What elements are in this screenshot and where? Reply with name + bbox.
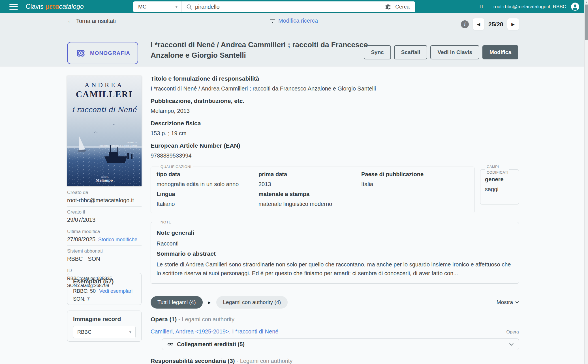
- svg-text:i racconti di Nené: i racconti di Nené: [72, 105, 137, 114]
- tab-legami-con-authority[interactable]: Legami con authority (4): [216, 296, 288, 309]
- genere-value: saggi: [485, 186, 514, 193]
- immagine-record-title: Immagine record: [73, 316, 136, 322]
- meta-row-sistemi: Sistemi abbonati RBBC - SON: [67, 246, 142, 265]
- field-value: 9788889533994: [151, 152, 519, 159]
- avatar-icon[interactable]: [571, 2, 580, 11]
- scroll-up-icon[interactable]: ▲: [585, 0, 588, 4]
- chevron-down-icon: [515, 301, 519, 303]
- collegamenti-ereditati-toggle[interactable]: Collegamenti ereditati (5): [162, 338, 519, 350]
- immagine-record-card: Immagine record RBBC ▾: [67, 311, 142, 342]
- info-icon[interactable]: i: [461, 20, 469, 28]
- esemplari-title: Esemplari (57): [73, 278, 136, 285]
- vedi-in-clavis-button[interactable]: Vedi in Clavis: [430, 45, 479, 59]
- link-type-label: Opera: [506, 329, 519, 335]
- search-input[interactable]: pirandello: [195, 4, 385, 10]
- esemplari-card: Esemplari (57) RBBC: 50 Vedi esemplari S…: [67, 273, 142, 305]
- modify-search-link[interactable]: Modifica ricerca: [270, 18, 318, 24]
- responsabilita-section-heading: Responsabilità secondaria (3) - Legami c…: [151, 357, 519, 364]
- app-header: Clavis μεταcatalogo MC ▾ pirandello Cerc…: [0, 0, 588, 13]
- book-cover-image: ANDREA CAMILLERI i racconti di Nené racc…: [67, 76, 142, 186]
- field-value: Melampo, 2013: [151, 108, 519, 114]
- modifica-button[interactable]: Modifica: [482, 45, 518, 59]
- arrow-left-icon: ←: [67, 17, 73, 25]
- app-logo: Clavis μεταcatalogo: [26, 3, 84, 10]
- qualificazioni-legend: QUALIFICAZIONI: [159, 165, 193, 169]
- genere-label: genere: [485, 176, 514, 183]
- storico-modifiche-link[interactable]: Storico modifiche: [98, 237, 137, 243]
- search-bar: MC ▾ pirandello Cerca: [133, 1, 415, 12]
- search-submit-button[interactable]: Cerca: [395, 4, 410, 10]
- user-account-label[interactable]: root-rbbc@metacatalogo.it, RBBC: [493, 4, 566, 10]
- svg-text:ANDREA: ANDREA: [85, 81, 124, 89]
- triangle-right-icon: ▶: [208, 300, 211, 305]
- chevron-down-icon: ▾: [129, 329, 131, 335]
- monografia-atom-icon: [75, 48, 86, 59]
- qual-item: Lingua Italiano: [157, 191, 258, 207]
- field-label: Descrizione fisica: [151, 120, 519, 127]
- link-chain-icon: [167, 341, 174, 347]
- mostra-dropdown[interactable]: Mostra: [497, 299, 519, 305]
- field-value: 153 p. ; 19 cm: [151, 130, 519, 137]
- qual-item: tipo data monografia edita in un solo an…: [157, 171, 258, 188]
- scrollbar-thumb[interactable]: [585, 5, 588, 40]
- meta-row-ultima-modifica: Ultima modifica 27/08/2025 Storico modif…: [67, 226, 142, 246]
- meta-row-creato-il: Creato il 29/07/2013: [67, 207, 142, 226]
- chevron-down-icon: [509, 343, 514, 346]
- vedi-esemplari-link[interactable]: Vedi esemplari: [99, 288, 132, 294]
- qual-item: Paese di pubblicazione Italia: [361, 171, 469, 188]
- search-filters-icon[interactable]: [385, 4, 391, 10]
- meta-row-creato-da: Creato da root-rbbc@metacatalogo.it: [67, 187, 142, 207]
- record-type-badge[interactable]: MONOGRAFIA: [67, 42, 138, 64]
- svg-text:CAMILLERI: CAMILLERI: [76, 89, 133, 99]
- qual-item: materiale a stampa materiale linguistico…: [258, 191, 361, 207]
- qualificazioni-fieldset: QUALIFICAZIONI tipo data monografia edit…: [151, 165, 474, 213]
- legami-tabs: Tutti i legami (4) ▶ Legami con authorit…: [151, 296, 519, 309]
- note-item-label: Sommario o abstract: [157, 250, 513, 257]
- record-pagination: i ◀ 25/28 ▶: [461, 18, 519, 30]
- record-title: I *racconti di Nené / Andrea Cammilleri …: [151, 40, 380, 61]
- record-actions: Sync Scaffali Vedi in Clavis Modifica: [364, 45, 518, 59]
- qual-item: prima data 2013: [258, 171, 361, 188]
- note-item-value: Le storie di Andrea Camilleri sono strao…: [157, 260, 513, 278]
- search-scope-select[interactable]: MC ▾: [133, 1, 182, 12]
- page-count: 25/28: [488, 21, 503, 28]
- note-item-label: Note generali: [157, 229, 513, 236]
- opera-section-heading: Opera (1) - Legami con authority: [151, 316, 519, 323]
- campi-codificati-legend: CAMPI CODIFICATI: [485, 164, 509, 175]
- tab-tutti-i-legami[interactable]: Tutti i legami (4): [151, 296, 203, 309]
- esemplari-rbbc-count: RBBC: 50: [73, 288, 96, 294]
- next-record-button[interactable]: ▶: [507, 18, 519, 30]
- note-fieldset: NOTE Note generali Racconti Sommario o a…: [151, 220, 519, 284]
- sync-button[interactable]: Sync: [364, 45, 391, 59]
- field-label: European Article Number (EAN): [151, 142, 519, 149]
- note-legend: NOTE: [159, 220, 173, 224]
- page-scrollbar[interactable]: ▲: [584, 0, 588, 364]
- field-label: Pubblicazione, distribuzione, etc.: [151, 98, 519, 104]
- field-label: Titolo e formulazione di responsabilità: [151, 75, 519, 82]
- menu-icon[interactable]: [9, 4, 18, 10]
- svg-text:Francesco Anzalone e Giorgio S: Francesco Anzalone e Giorgio Santelli: [99, 145, 137, 147]
- filter-icon: [270, 18, 275, 23]
- record-header-zone: ← Torna ai risultati Modifica ricerca i …: [0, 13, 588, 66]
- back-to-results-link[interactable]: ← Torna ai risultati: [67, 17, 116, 25]
- note-item-value: Racconti: [157, 239, 513, 248]
- immagine-record-select[interactable]: RBBC ▾: [73, 326, 136, 338]
- svg-text:raccolti da: raccolti da: [127, 141, 138, 144]
- search-icon: [186, 4, 192, 10]
- chevron-down-icon: ▾: [175, 4, 178, 9]
- record-detail-main: Titolo e formulazione di responsabilità …: [151, 75, 519, 364]
- svg-text:Melampo: Melampo: [96, 178, 113, 182]
- scaffali-button[interactable]: Scaffali: [394, 45, 427, 59]
- campi-codificati-fieldset: CAMPI CODIFICATI genere saggi: [480, 164, 519, 204]
- svg-text:edizioni: edizioni: [101, 176, 108, 178]
- esemplari-son-count: SON: 7: [73, 296, 90, 302]
- previous-record-button[interactable]: ◀: [473, 18, 484, 30]
- field-value: I *racconti di Nené / Andrea Cammilleri …: [151, 85, 519, 92]
- language-selector[interactable]: IT: [480, 4, 484, 10]
- opera-authority-link[interactable]: Camilleri, Andrea <1925-2019>. I *raccon…: [151, 328, 278, 335]
